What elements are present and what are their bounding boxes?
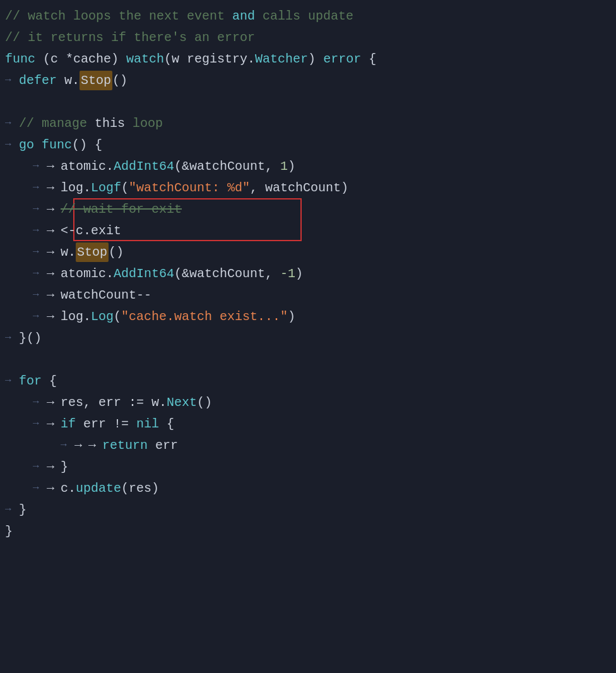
arrow-icon-13: → [5,373,19,389]
arrow-icon-18b: → [47,479,61,498]
code-editor: // watch loops the next event and calls … [0,0,616,547]
keyword-nil: nil [136,414,159,434]
keyword-return: return [102,436,148,455]
code-line-7: → go func () { [0,134,616,155]
arrow-icon-2: → [5,116,19,131]
code-line-24: → } [0,499,616,520]
arrow-icon: → [5,73,19,88]
code-line-1: // watch loops the next event and calls … [0,5,616,27]
code-line-3: func (c *cache) watch (w registry. Watch… [0,48,616,69]
arrow-icon-6b: → [47,200,61,219]
chan-recv: <-c.exit [61,221,121,241]
arrow-icon-4b: → [47,157,61,176]
selection-group: → → // wait for exit → → <-c.exit [0,198,616,241]
keyword-defer: defer [19,71,57,90]
op-neq: != [114,414,129,434]
code-line-23: → → c. update (res) [0,477,616,499]
pkg-atomic-2: atomic [61,264,106,283]
arrow-icon-6: → [33,201,47,217]
ident-watchcount: watchCount-- [61,285,151,305]
arrow-icon-16c: → [88,436,102,455]
arrow-icon-16: → [61,438,74,453]
op-assign: := [129,393,144,412]
comment-text-2: // it returns if there's an error [5,28,255,47]
code-line-16: → }() [0,327,616,348]
code-line-21: → → → return err [0,434,616,456]
ident-c-update: c. [61,479,76,498]
method-addint64: AddInt64 [114,157,174,176]
arrow-icon-10: → [33,287,47,303]
string-cache-watch: "cache.watch exist..." [121,307,288,326]
arrow-icon-17: → [33,459,47,475]
arrow-icon-17b: → [47,457,61,477]
arrow-icon-5b: → [47,178,61,198]
func-name: watch [126,49,164,69]
type-error: error [323,49,361,69]
keyword-if: if [61,414,76,434]
code-line-4: → defer w. Stop () [0,69,616,91]
arrow-icon-14b: → [47,393,61,412]
method-next: Next [167,393,197,412]
code-line-12: → → w. Stop () [0,241,616,263]
code-line-blank-1 [0,91,616,112]
method-logf: Logf [91,178,121,198]
arrow-icon-14: → [33,395,47,410]
method-update: update [76,479,121,498]
code-line-15: → → log . Log ( "cache.watch exist..." ) [0,306,616,327]
method-addint64-2: AddInt64 [114,264,174,283]
arrow-icon-11: → [33,309,47,325]
arrow-icon-8: → [33,244,47,260]
arrow-icon-9: → [33,266,47,282]
pkg-log-2: log [61,307,83,326]
arrow-icon-8b: → [47,242,61,262]
highlight-stop-2: Stop [76,242,109,262]
code-line-25: } [0,520,616,542]
arrow-icon-7b: → [47,221,61,241]
arrow-icon-4: → [33,158,47,174]
highlight-stop: Stop [80,71,112,90]
num-neg1: -1 [280,264,295,283]
code-line-6: → // manage this loop [0,112,616,134]
pkg-log: log [61,178,83,198]
code-line-2: // it returns if there's an error [0,27,616,48]
keyword-func: func [5,49,35,69]
ident-res-err: res, err [61,393,129,412]
keyword-go: go [19,135,34,155]
keyword-for: for [19,371,42,391]
code-line-14: → → watchCount-- [0,284,616,306]
method-log: Log [91,307,114,326]
close-brace: } [5,521,13,541]
keyword-func-2: func [42,135,72,155]
num-1: 1 [280,157,288,176]
code-line-20: → → if err != nil { [0,413,616,434]
code-line-blank-2 [0,348,616,370]
arrow-icon-10b: → [47,285,61,305]
arrow-icon-11b: → [47,307,61,326]
code-line-22: → → } [0,456,616,477]
code-line-11: → → <-c.exit [0,220,616,241]
code-line-9: → → log . Logf ( "watchCount: %d" , watc… [0,177,616,198]
arrow-icon-18: → [33,480,47,496]
arrow-icon-12: → [5,330,19,346]
type-watcher: Watcher [255,49,308,69]
arrow-icon-19: → [5,502,19,518]
comment-wait-exit: // wait for exit [61,200,182,219]
ident-w: w. [61,242,76,262]
arrow-icon-9b: → [47,264,61,283]
arrow-icon-15b: → [47,414,61,434]
arrow-icon-15: → [33,416,47,432]
code-line-19: → → res, err := w. Next () [0,391,616,413]
string-watchcount: "watchCount: %d" [129,178,250,198]
pkg-atomic: atomic [61,157,106,176]
arrow-icon-3: → [5,137,19,153]
arrow-icon-7: → [33,223,47,239]
code-line-8: → → atomic . AddInt64 (&watchCount, 1 ) [0,155,616,177]
code-line-13: → → atomic . AddInt64 (&watchCount, -1 ) [0,263,616,284]
comment-manage: // manage this loop [19,114,163,133]
arrow-icon-5: → [33,180,47,196]
comment-text: // watch loops the next event and calls … [5,6,353,26]
code-line-18: → for { [0,370,616,391]
arrow-icon-16b: → [74,436,88,455]
code-line-10: → → // wait for exit [0,198,616,220]
